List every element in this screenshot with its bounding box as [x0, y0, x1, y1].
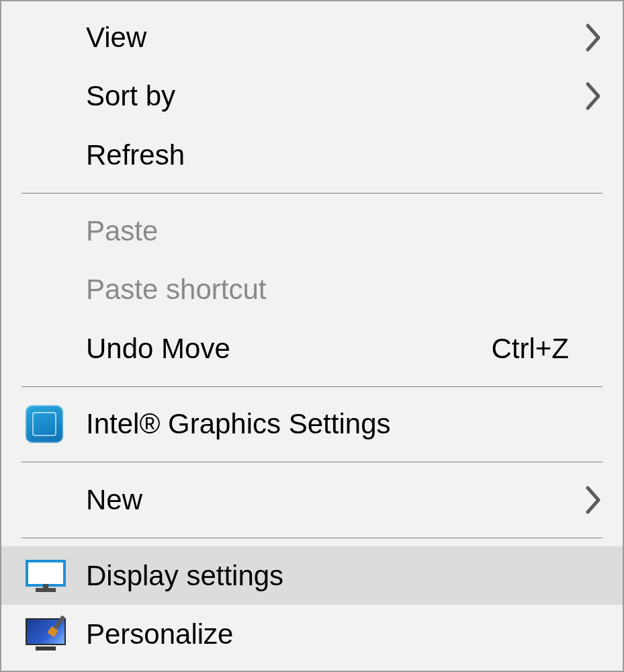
icon-slot [26, 478, 86, 521]
icon-slot [26, 134, 86, 177]
menu-item-paste-shortcut: Paste shortcut [1, 260, 623, 319]
icon-slot [26, 75, 86, 118]
menu-item-label: View [86, 22, 569, 54]
menu-item-refresh[interactable]: Refresh [1, 126, 623, 185]
icon-slot [26, 327, 86, 370]
icon-slot [26, 268, 86, 311]
menu-item-label: New [86, 484, 569, 516]
intel-graphics-icon [26, 403, 86, 446]
menu-item-undo-move[interactable]: Undo Move Ctrl+Z [1, 319, 623, 378]
menu-separator [21, 462, 603, 462]
menu-item-label: Undo Move [86, 333, 478, 365]
menu-item-label: Personalize [86, 618, 569, 650]
menu-item-label: Refresh [86, 139, 569, 171]
chevron-right-icon [569, 81, 603, 111]
menu-item-new[interactable]: New [1, 470, 623, 530]
icon-slot [26, 16, 86, 59]
menu-separator [21, 193, 603, 194]
menu-item-label: Paste shortcut [86, 274, 569, 306]
icon-slot [26, 210, 86, 253]
menu-item-label: Sort by [86, 80, 569, 112]
chevron-right-icon [569, 23, 603, 52]
menu-item-display-settings[interactable]: Display settings [1, 546, 623, 605]
menu-separator [21, 386, 603, 387]
desktop-context-menu: View Sort by Refresh Paste Paste shortcu… [0, 0, 624, 672]
chevron-right-icon [569, 485, 603, 515]
menu-item-paste: Paste [1, 202, 623, 261]
personalize-icon [26, 613, 86, 656]
menu-item-sort-by[interactable]: Sort by [1, 67, 623, 126]
menu-item-intel-graphics-settings[interactable]: Intel® Graphics Settings [1, 395, 623, 454]
menu-item-label: Paste [86, 215, 569, 247]
menu-separator [21, 538, 603, 538]
menu-item-personalize[interactable]: Personalize [1, 605, 623, 664]
display-settings-icon [26, 554, 86, 597]
menu-item-label: Intel® Graphics Settings [86, 408, 569, 440]
menu-item-label: Display settings [86, 560, 569, 592]
menu-item-view[interactable]: View [1, 8, 623, 67]
keyboard-shortcut: Ctrl+Z [492, 333, 570, 365]
